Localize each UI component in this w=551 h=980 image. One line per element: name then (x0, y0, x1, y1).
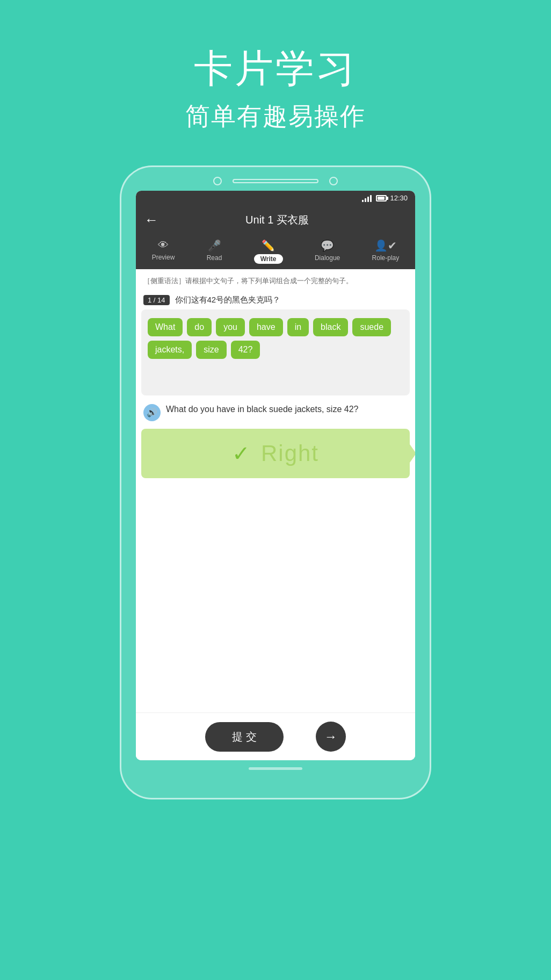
signal-bar-3 (367, 197, 369, 202)
phone-outer: 12:30 ← Unit 1 买衣服 👁 Preview 🎤 Read ✏️ (120, 165, 431, 799)
signal-bar-4 (370, 195, 372, 202)
chip-42[interactable]: 42? (231, 341, 260, 359)
phone-speaker (233, 179, 318, 183)
chip-jackets[interactable]: jackets, (148, 341, 192, 359)
app-header: ← Unit 1 买衣服 (136, 205, 415, 235)
write-icon: ✏️ (262, 239, 275, 252)
phone-camera (213, 177, 222, 185)
speaker-button[interactable]: 🔊 (143, 404, 161, 421)
right-banner: ✓ Right (141, 429, 410, 478)
word-chips-area: What do you have in black suede jackets,… (141, 309, 410, 395)
page-title: 卡片学习 (185, 43, 366, 95)
chip-do[interactable]: do (187, 318, 212, 336)
roleplay-icon: 👤✔ (374, 239, 397, 252)
preview-icon: 👁 (158, 239, 169, 251)
phone-mockup: 12:30 ← Unit 1 买衣服 👁 Preview 🎤 Read ✏️ (120, 165, 431, 799)
phone-screen: 12:30 ← Unit 1 买衣服 👁 Preview 🎤 Read ✏️ (136, 191, 415, 760)
question-badge: 1 / 14 (143, 295, 170, 305)
next-button[interactable]: → (316, 722, 346, 752)
tab-roleplay[interactable]: 👤✔ Role-play (372, 239, 400, 264)
header-title: Unit 1 买衣服 (169, 213, 385, 227)
signal-bars (362, 194, 372, 202)
dialogue-icon: 💬 (321, 239, 334, 252)
submit-button[interactable]: 提 交 (205, 722, 284, 752)
tab-roleplay-label: Role-play (372, 254, 400, 262)
page-subtitle: 简单有趣易操作 (185, 100, 366, 133)
tab-preview[interactable]: 👁 Preview (152, 239, 175, 264)
top-section: 卡片学习 简单有趣易操作 (185, 43, 366, 133)
phone-top-bar (121, 167, 430, 191)
instruction-text: ［侧重语法］请根据中文句子，将下列单词组合成一个完整的句子。 (136, 269, 415, 291)
status-time: 12:30 (390, 194, 408, 202)
nav-tabs: 👁 Preview 🎤 Read ✏️ Write 💬 Dialogue 👤✔ (136, 235, 415, 269)
chip-you[interactable]: you (216, 318, 245, 336)
check-mark-icon: ✓ (232, 441, 250, 466)
tab-write-label: Write (254, 254, 283, 264)
chip-suede[interactable]: suede (352, 318, 391, 336)
chip-what[interactable]: What (148, 318, 183, 336)
chip-in[interactable]: in (287, 318, 309, 336)
question-row: 1 / 14 你们这有42号的黑色夹克吗？ (136, 291, 415, 309)
tab-read-label: Read (207, 254, 222, 262)
speaker-icon: 🔊 (147, 407, 157, 417)
chip-have[interactable]: have (249, 318, 283, 336)
answer-area: 🔊 What do you have in black suede jacket… (136, 395, 415, 426)
result-label: Right (261, 441, 319, 466)
signal-bar-1 (362, 200, 364, 202)
bottom-area: 提 交 → (136, 712, 415, 760)
read-icon: 🎤 (208, 239, 221, 252)
tab-dialogue[interactable]: 💬 Dialogue (315, 239, 340, 264)
status-bar: 12:30 (136, 191, 415, 205)
phone-camera-right (329, 177, 338, 185)
back-button[interactable]: ← (144, 212, 158, 228)
home-indicator (249, 767, 302, 770)
question-text: 你们这有42号的黑色夹克吗？ (175, 295, 281, 305)
tab-read[interactable]: 🎤 Read (207, 239, 222, 264)
content-area: ［侧重语法］请根据中文句子，将下列单词组合成一个完整的句子。 1 / 14 你们… (136, 269, 415, 760)
tab-write[interactable]: ✏️ Write (254, 239, 283, 264)
tab-preview-label: Preview (152, 254, 175, 261)
chip-size[interactable]: size (196, 341, 226, 359)
answer-text: What do you have in black suede jackets,… (166, 403, 358, 416)
signal-bar-2 (365, 198, 366, 202)
phone-bottom (121, 760, 430, 782)
battery-fill (378, 197, 385, 200)
word-chips-row: What do you have in black suede jackets,… (148, 318, 403, 359)
tab-dialogue-label: Dialogue (315, 254, 340, 262)
battery-icon (376, 195, 387, 201)
next-arrow-icon: → (324, 729, 337, 744)
chip-black[interactable]: black (313, 318, 348, 336)
